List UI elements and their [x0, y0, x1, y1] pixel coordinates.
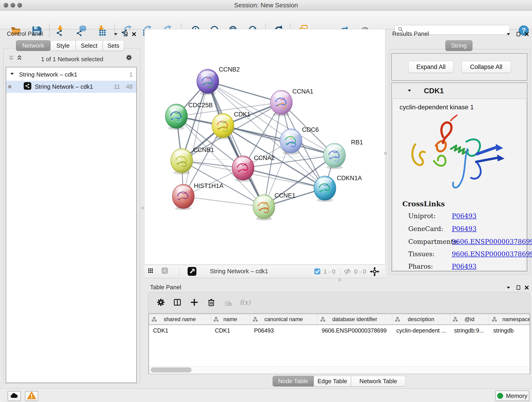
hidden-elements-icon: [343, 268, 351, 276]
column-header-name[interactable]: name: [211, 314, 250, 325]
column-header-namespace[interactable]: namespace: [489, 314, 530, 325]
memory-label: Memory: [506, 392, 527, 400]
node-label: CCNB2: [219, 66, 240, 73]
svg-text:f(x): f(x): [240, 299, 251, 306]
collapse-all-networks-icon[interactable]: [8, 55, 15, 61]
column-header-label: @id: [464, 316, 474, 322]
network-node-CDKN1A[interactable]: CDKN1A: [314, 175, 362, 202]
node-label: CDK1: [234, 111, 250, 118]
warnings-button[interactable]: [25, 391, 38, 401]
cloud-button[interactable]: [7, 391, 21, 401]
tab-sets[interactable]: Sets: [103, 40, 124, 51]
tree-expander-icon[interactable]: [9, 71, 15, 78]
left-splitter-handle[interactable]: [141, 206, 144, 210]
import-network-from-database-button[interactable]: [76, 25, 88, 37]
network-node-RB1[interactable]: RB1: [323, 139, 363, 169]
results-panel-close-icon[interactable]: [523, 31, 530, 38]
table-panel-menu-icon[interactable]: [505, 284, 512, 291]
memory-status-dot-icon: [497, 393, 503, 399]
tab-node-table[interactable]: Node Table: [273, 376, 314, 386]
tab-style[interactable]: Style: [51, 40, 76, 51]
table-row[interactable]: CDK1CDK1P064939606.ENSP00000378699cyclin…: [149, 325, 530, 336]
table-gear-button[interactable]: [155, 297, 167, 307]
table-panel-float-icon[interactable]: [515, 284, 522, 291]
add-column-button[interactable]: [188, 297, 200, 307]
network-node-CDK1[interactable]: CDK1: [212, 111, 250, 139]
birds-eye-view-icon[interactable]: [187, 266, 197, 276]
table-hscrollbar-track[interactable]: [149, 366, 530, 374]
right-splitter-handle[interactable]: [384, 152, 387, 155]
network-node-CDC6[interactable]: CDC6: [280, 126, 319, 155]
network-tree-row[interactable]: String Network – cdk1 11 48: [6, 81, 136, 93]
column-header-shared-name[interactable]: shared name: [149, 314, 211, 325]
tab-string[interactable]: String: [445, 40, 472, 51]
collapse-all-button[interactable]: Collapse All: [462, 61, 511, 73]
cytoscape-window: Session: New Session ? Control Panel 1 o…: [0, 0, 532, 402]
control-panel-close-icon[interactable]: [131, 31, 138, 38]
crosslink-value-link[interactable]: P06493: [452, 225, 476, 233]
tab-edge-table[interactable]: Edge Table: [314, 376, 351, 386]
table-cell[interactable]: stringdb: [493, 325, 530, 336]
network-view-title: String Network – cdk1: [210, 268, 268, 275]
crosslink-value-link[interactable]: 9606.ENSP00000378699: [452, 238, 532, 245]
crosslink-value-link[interactable]: P06493: [452, 212, 476, 220]
expand-all-networks-icon[interactable]: [16, 55, 23, 61]
delete-column-icon: [207, 298, 216, 307]
node-label: CDKN1A: [337, 175, 362, 182]
table-cell[interactable]: P06493: [254, 325, 316, 336]
network-edge[interactable]: [183, 81, 208, 196]
network-node-CCNE1[interactable]: CCNE1: [253, 192, 296, 220]
network-tree-root-row[interactable]: String Network – cdk1 1: [6, 69, 136, 81]
network-options-gear-icon[interactable]: [126, 54, 133, 61]
pan-mode-icon[interactable]: [369, 266, 380, 277]
collection-count: 1: [129, 71, 133, 78]
tab-network-table[interactable]: Network Table: [351, 376, 405, 386]
grid-view-icon[interactable]: [147, 267, 154, 274]
table-cell[interactable]: 9606.ENSP00000378699: [322, 325, 391, 336]
table-hscrollbar-thumb[interactable]: [151, 367, 191, 372]
gene-card-expander-icon[interactable]: [406, 87, 413, 94]
table-gear-icon: [156, 298, 165, 307]
control-panel-menu-icon[interactable]: [112, 31, 119, 38]
tab-select[interactable]: Select: [76, 40, 103, 51]
network-view-toolbar: String Network – cdk1 1 - 0 0 - 0: [144, 265, 385, 278]
table-cell[interactable]: CDK1: [153, 325, 209, 336]
crosslink-value-link[interactable]: 9606.ENSP00000378699: [452, 250, 532, 258]
delete-table-button[interactable]: [221, 297, 233, 307]
results-panel-float-icon[interactable]: [515, 31, 522, 38]
network-edge[interactable]: [208, 81, 281, 102]
network-graph[interactable]: CCNB2CCNA1CDC25BCDK1CDC6RB1CCNB1CCNA2CDK…: [144, 29, 385, 265]
column-header-description[interactable]: description: [392, 314, 450, 325]
selected-checkbox-icon[interactable]: [314, 268, 321, 275]
expand-all-button[interactable]: Expand All: [408, 61, 454, 73]
table-cell[interactable]: cyclin-dependent ...: [396, 325, 449, 336]
import-table-icon: [96, 25, 108, 37]
column-header-@id[interactable]: @id: [450, 314, 489, 325]
table-panel-close-icon[interactable]: [523, 284, 530, 291]
function-builder-button[interactable]: f(x): [239, 297, 251, 307]
string-view-icon[interactable]: [161, 267, 168, 274]
column-header-canonical-name[interactable]: canonical name: [250, 314, 317, 325]
table-cell[interactable]: CDK1: [215, 325, 249, 336]
bottom-splitter-handle[interactable]: [338, 279, 341, 281]
import-table-button[interactable]: [96, 25, 108, 37]
results-panel-menu-icon[interactable]: [505, 31, 512, 38]
column-header-label: database identifier: [332, 316, 377, 322]
network-node-CCNA1[interactable]: CCNA1: [270, 88, 313, 116]
network-node-HIST1H1A[interactable]: HIST1H1A: [172, 182, 223, 210]
control-panel-float-icon[interactable]: [122, 31, 129, 38]
network-edge[interactable]: [183, 196, 264, 207]
crosslinks-title: CrossLinks: [402, 200, 445, 208]
memory-button[interactable]: Memory: [495, 390, 529, 401]
node-label: CCNA1: [292, 88, 313, 95]
import-network-button[interactable]: [55, 25, 67, 37]
node-count: 11: [114, 83, 120, 90]
delete-column-button[interactable]: [205, 297, 217, 307]
crosslink-value-link[interactable]: P06493: [452, 263, 476, 270]
split-columns-button[interactable]: [171, 297, 183, 307]
column-header-database-identifier[interactable]: database identifier: [317, 314, 392, 325]
tab-network[interactable]: Network: [16, 40, 51, 51]
table-cell[interactable]: stringdb:9...: [454, 325, 488, 336]
node-label: CCNA2: [254, 154, 275, 161]
gene-symbol: CDK1: [424, 87, 444, 95]
